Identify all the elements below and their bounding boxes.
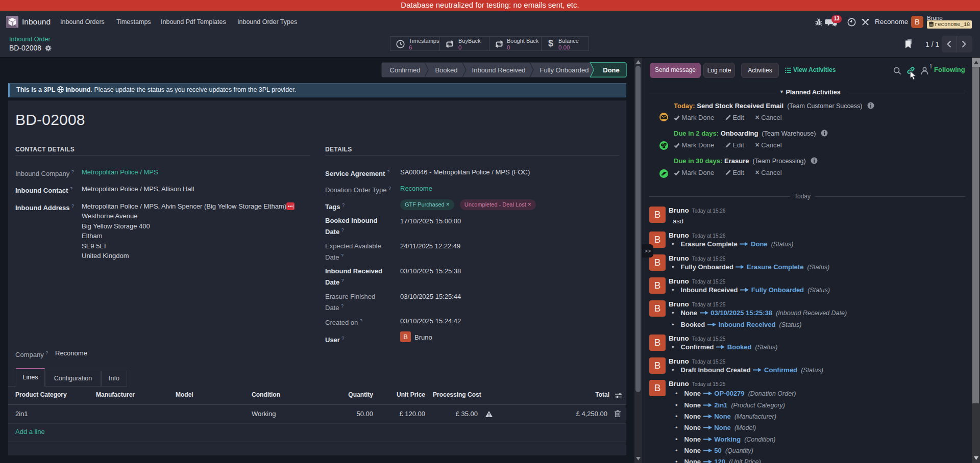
svg-text:!: ! bbox=[13, 21, 14, 25]
svg-text:Inbound Received: Inbound Received bbox=[472, 66, 526, 74]
svg-text:Booked: Booked bbox=[435, 66, 457, 74]
svg-text:Done: Done bbox=[603, 66, 620, 74]
svg-text:Confirmed: Confirmed bbox=[390, 66, 421, 74]
svg-text:Fully Onboarded: Fully Onboarded bbox=[540, 66, 589, 74]
